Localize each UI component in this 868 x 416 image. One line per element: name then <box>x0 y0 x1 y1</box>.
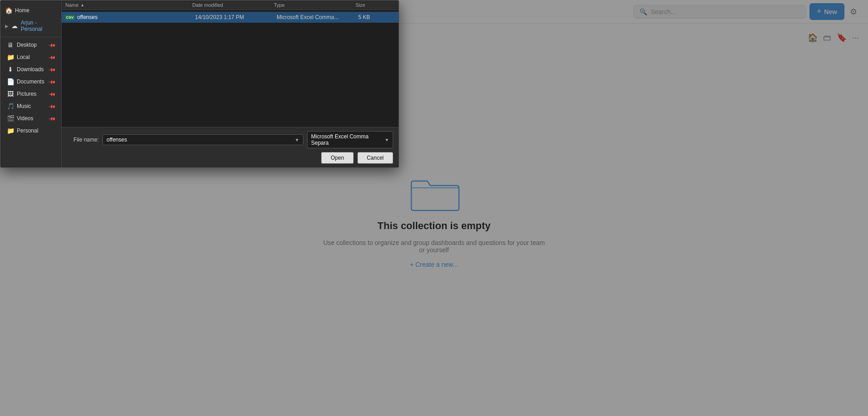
sidebar-item-downloads[interactable]: ⬇ Downloads 📌 <box>2 64 59 75</box>
sidebar-item-pictures[interactable]: 🖼 Pictures 📌 <box>2 88 59 100</box>
buttons-row: Open Cancel <box>67 152 393 164</box>
file-type-cell: Microsoft Excel Comma... <box>277 14 358 20</box>
sidebar-local-label: Local <box>17 54 47 60</box>
sidebar-item-account[interactable]: ▶ ☁ Arjun - Personal <box>0 17 61 35</box>
sort-arrow-name: ▲ <box>80 3 84 7</box>
col-size-label: Size <box>356 2 365 8</box>
sidebar-divider <box>0 37 61 37</box>
sidebar-documents-label: Documents <box>17 78 47 85</box>
filetype-value: Microsoft Excel Comma Separa <box>311 133 382 146</box>
pin-icon-local: 📌 <box>49 54 56 61</box>
col-type-label: Type <box>274 2 285 8</box>
videos-icon: 🎬 <box>7 115 14 122</box>
file-list: CSV offenses 14/10/2023 1:17 PM Microsof… <box>62 10 399 127</box>
sidebar-videos-label: Videos <box>17 115 47 122</box>
file-list-header: Name ▲ Date modified Type Size <box>62 0 399 10</box>
filename-row: File name: offenses ▼ Microsoft Excel Co… <box>67 131 393 148</box>
pictures-icon: 🖼 <box>7 90 14 98</box>
desktop-icon: 🖥 <box>7 41 14 49</box>
sidebar-item-documents[interactable]: 📄 Documents 📌 <box>2 76 59 88</box>
pin-icon-documents: 📌 <box>49 78 56 85</box>
column-header-size[interactable]: Size <box>356 2 392 8</box>
music-icon: 🎵 <box>7 103 14 110</box>
home-sidebar-icon: 🏠 <box>5 7 12 14</box>
pin-icon-desktop: 📌 <box>49 41 56 49</box>
local-folder-icon: 📁 <box>7 54 14 61</box>
dialog-sidebar: 🏠 Home ▶ ☁ Arjun - Personal 🖥 Desktop 📌 … <box>0 0 62 167</box>
column-header-type[interactable]: Type <box>274 2 356 8</box>
filetype-dropdown-arrow: ▼ <box>385 137 389 142</box>
sidebar-personal-label: Personal <box>17 127 55 134</box>
file-date-cell: 14/10/2023 1:17 PM <box>195 14 277 20</box>
sidebar-item-music[interactable]: 🎵 Music 📌 <box>2 100 59 112</box>
filename-input[interactable]: offenses ▼ <box>102 134 303 145</box>
filetype-select[interactable]: Microsoft Excel Comma Separa ▼ <box>307 131 393 148</box>
dialog-body: 🏠 Home ▶ ☁ Arjun - Personal 🖥 Desktop 📌 … <box>0 0 399 167</box>
column-header-date[interactable]: Date modified <box>192 2 274 8</box>
filename-label: File name: <box>67 137 99 143</box>
sidebar-item-home[interactable]: 🏠 Home <box>0 4 61 17</box>
filename-dropdown-arrow: ▼ <box>295 137 299 142</box>
cloud-icon: ☁ <box>11 22 18 29</box>
sidebar-music-label: Music <box>17 103 47 109</box>
file-size-cell: 5 KB <box>358 14 395 20</box>
filename-input-value: offenses <box>107 137 127 143</box>
file-type-icon: CSV <box>65 14 74 21</box>
pin-icon-downloads: 📌 <box>49 66 56 73</box>
sidebar-item-desktop[interactable]: 🖥 Desktop 📌 <box>2 39 59 51</box>
pin-icon-videos: 📌 <box>49 115 56 122</box>
sidebar-item-videos[interactable]: 🎬 Videos 📌 <box>2 113 59 124</box>
table-row[interactable]: CSV offenses 14/10/2023 1:17 PM Microsof… <box>62 12 399 23</box>
chevron-icon: ▶ <box>5 24 9 29</box>
dialog-main: Name ▲ Date modified Type Size CSV <box>62 0 399 167</box>
account-label: Arjun - Personal <box>21 20 57 32</box>
pin-icon-music: 📌 <box>49 103 56 110</box>
dialog-footer: File name: offenses ▼ Microsoft Excel Co… <box>62 127 399 167</box>
sidebar-desktop-label: Desktop <box>17 42 47 48</box>
open-button[interactable]: Open <box>321 152 353 164</box>
pin-icon-pictures: 📌 <box>49 90 56 98</box>
col-name-label: Name <box>65 2 78 8</box>
file-dialog: 🏠 Home ▶ ☁ Arjun - Personal 🖥 Desktop 📌 … <box>0 0 399 168</box>
cancel-button[interactable]: Cancel <box>357 152 393 164</box>
column-header-name[interactable]: Name ▲ <box>65 2 192 8</box>
file-name-cell: offenses <box>77 14 195 20</box>
documents-icon: 📄 <box>7 78 14 85</box>
csv-badge: CSV <box>65 15 75 20</box>
sidebar-item-local[interactable]: 📁 Local 📌 <box>2 51 59 63</box>
sidebar-home-label: Home <box>15 7 57 14</box>
col-date-label: Date modified <box>192 2 223 8</box>
sidebar-pictures-label: Pictures <box>17 91 47 97</box>
downloads-icon: ⬇ <box>7 66 14 73</box>
sidebar-item-personal[interactable]: 📁 Personal <box>2 125 59 137</box>
personal-folder-icon: 📁 <box>7 127 14 134</box>
sidebar-downloads-label: Downloads <box>17 66 47 73</box>
